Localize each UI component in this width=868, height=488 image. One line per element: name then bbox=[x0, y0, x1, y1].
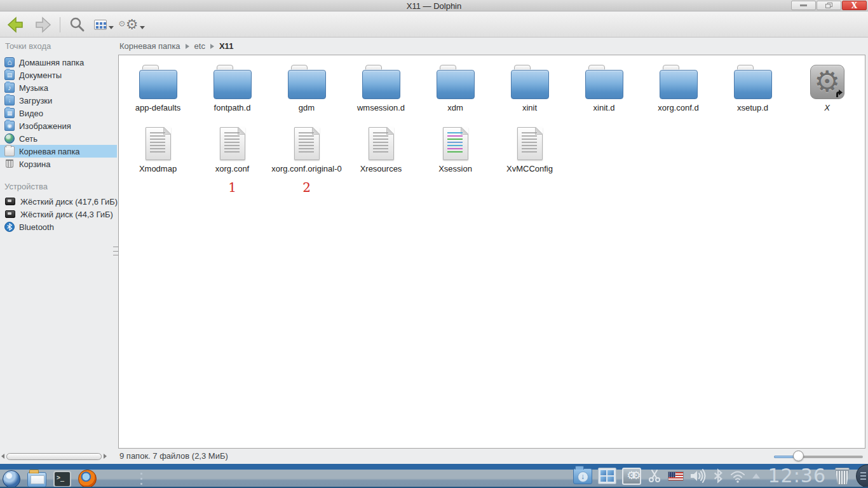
file-item[interactable]: Xsession bbox=[418, 124, 492, 199]
folder-item[interactable]: wmsession.d bbox=[344, 64, 418, 124]
expand-tray-icon[interactable] bbox=[752, 473, 760, 478]
file-icon bbox=[220, 127, 245, 160]
sidebar-horizontal-scrollbar[interactable] bbox=[1, 452, 116, 460]
bluetooth-icon bbox=[4, 222, 15, 232]
downloads-folder-icon bbox=[4, 95, 15, 105]
folder-icon bbox=[585, 70, 623, 99]
keyboard-layout-flag-icon[interactable] bbox=[668, 471, 684, 481]
volume-icon[interactable] bbox=[689, 468, 707, 484]
taskbar: >_ bbox=[0, 464, 868, 488]
breadcrumb-current[interactable]: X11 bbox=[219, 41, 233, 51]
settings-button[interactable] bbox=[119, 14, 148, 36]
folder-item[interactable]: gdm bbox=[269, 64, 344, 124]
wifi-icon[interactable] bbox=[729, 468, 747, 484]
maximize-icon bbox=[825, 3, 832, 8]
minimize-button[interactable] bbox=[791, 1, 816, 10]
folder-icon bbox=[511, 70, 549, 99]
file-item[interactable]: xorg.conf 1 bbox=[195, 124, 269, 199]
file-item[interactable]: xorg.conf.original-0 2 bbox=[269, 124, 344, 199]
zoom-slider[interactable] bbox=[774, 451, 863, 462]
pictures-folder-icon bbox=[4, 121, 15, 131]
folder-item[interactable]: xinit.d bbox=[567, 64, 641, 124]
bluetooth-icon[interactable] bbox=[713, 468, 723, 484]
search-button[interactable] bbox=[65, 14, 88, 36]
file-icon bbox=[146, 127, 171, 160]
toolbar bbox=[0, 12, 868, 37]
folder-icon bbox=[139, 70, 177, 99]
folder-icon bbox=[288, 70, 326, 99]
sidebar-item-trash[interactable]: Корзина bbox=[0, 158, 117, 170]
sidebar-item-network[interactable]: Сеть bbox=[0, 132, 117, 145]
panel-splitter-handle[interactable] bbox=[113, 247, 118, 255]
zoom-slider-handle[interactable] bbox=[793, 451, 804, 461]
forward-button[interactable] bbox=[29, 14, 55, 36]
folder-view[interactable]: app-defaults fontpath.d gdm wmsession.d … bbox=[118, 55, 865, 449]
sidebar-item-downloads[interactable]: Загрузки bbox=[0, 94, 117, 107]
panel-handle[interactable] bbox=[140, 473, 142, 485]
sidebar-item-home[interactable]: Домашняя папка bbox=[0, 56, 117, 69]
sidebar-item-root[interactable]: Корневая папка bbox=[0, 145, 117, 158]
window-title: X11 — Dolphin bbox=[0, 1, 868, 11]
tray-pager-icon[interactable] bbox=[598, 468, 616, 484]
places-panel: Домашняя папка Документы Музыка Загрузки… bbox=[0, 56, 117, 449]
home-folder-icon bbox=[4, 57, 15, 67]
file-item[interactable]: Xresources bbox=[344, 124, 418, 199]
terminal-icon[interactable]: >_ bbox=[53, 471, 71, 487]
panel-menu-cashew[interactable] bbox=[856, 464, 868, 487]
sidebar-item-video[interactable]: Видео bbox=[0, 107, 117, 119]
sidebar-item-pictures[interactable]: Изображения bbox=[0, 119, 117, 132]
close-icon: X bbox=[851, 2, 857, 10]
network-globe-icon bbox=[4, 133, 15, 144]
file-item[interactable]: XvMCConfig bbox=[492, 124, 567, 199]
status-bar: 9 папок. 7 файлов (2,3 МиБ) bbox=[0, 449, 868, 464]
folder-icon bbox=[362, 70, 400, 99]
toolbar-separator bbox=[60, 17, 60, 32]
executable-gear-icon bbox=[810, 65, 844, 99]
sidebar-item-documents[interactable]: Документы bbox=[0, 69, 117, 81]
folder-item[interactable]: xdm bbox=[418, 64, 492, 124]
dropdown-arrow-icon bbox=[140, 26, 145, 29]
dropdown-arrow-icon bbox=[109, 26, 114, 29]
app-launcher-icon[interactable] bbox=[3, 470, 20, 488]
view-mode-button[interactable] bbox=[91, 14, 117, 36]
scroll-left-icon[interactable] bbox=[1, 454, 4, 459]
firefox-icon[interactable] bbox=[78, 470, 97, 488]
file-manager-icon[interactable] bbox=[27, 472, 46, 487]
sidebar-item-harddisk-2[interactable]: Жёсткий диск (44,3 ГиБ) bbox=[0, 208, 117, 220]
script-file-icon bbox=[443, 127, 468, 160]
trash-icon bbox=[6, 159, 13, 168]
folder-item[interactable]: app-defaults bbox=[121, 64, 195, 124]
executable-symlink-item[interactable]: X bbox=[790, 64, 864, 124]
maximize-button[interactable] bbox=[817, 1, 841, 10]
icon-view-icon bbox=[94, 20, 107, 30]
folder-icon bbox=[660, 70, 698, 99]
taskbar-clock[interactable]: 12:36 bbox=[766, 464, 829, 488]
breadcrumb-etc[interactable]: etc bbox=[194, 41, 205, 51]
documents-folder-icon bbox=[4, 70, 15, 80]
back-button[interactable] bbox=[4, 14, 29, 36]
file-item[interactable]: Xmodmap bbox=[121, 124, 195, 199]
folder-item[interactable]: xinit bbox=[492, 64, 567, 124]
folder-item[interactable]: xorg.conf.d bbox=[641, 64, 715, 124]
folder-item[interactable]: xsetup.d bbox=[715, 64, 790, 124]
icons-grid: app-defaults fontpath.d gdm wmsession.d … bbox=[121, 64, 864, 199]
gear-icon bbox=[123, 18, 138, 32]
breadcrumb-separator-icon bbox=[186, 44, 189, 49]
sidebar-item-music[interactable]: Музыка bbox=[0, 81, 117, 94]
sidebar-item-bluetooth[interactable]: Bluetooth bbox=[0, 220, 117, 233]
status-summary: 9 папок. 7 файлов (2,3 МиБ) bbox=[119, 451, 228, 461]
breadcrumb-root[interactable]: Корневая папка bbox=[119, 41, 180, 51]
file-icon bbox=[517, 127, 543, 160]
folder-item[interactable]: fontpath.d bbox=[195, 64, 269, 124]
folder-icon bbox=[214, 70, 252, 99]
close-button[interactable]: X bbox=[842, 1, 867, 10]
tray-downloads-icon[interactable] bbox=[573, 468, 592, 484]
scrollbar-thumb[interactable] bbox=[6, 453, 102, 460]
clipboard-scissors-icon[interactable] bbox=[647, 468, 662, 484]
title-bar[interactable]: X11 — Dolphin X bbox=[0, 0, 868, 11]
scroll-right-icon[interactable] bbox=[104, 454, 107, 459]
tray-utilities-icon[interactable] bbox=[622, 468, 641, 485]
forward-arrow-icon bbox=[32, 17, 51, 33]
sidebar-item-harddisk-1[interactable]: Жёсткий диск (417,6 ГиБ) bbox=[0, 195, 117, 208]
taskbar-trash-icon[interactable] bbox=[834, 468, 850, 485]
